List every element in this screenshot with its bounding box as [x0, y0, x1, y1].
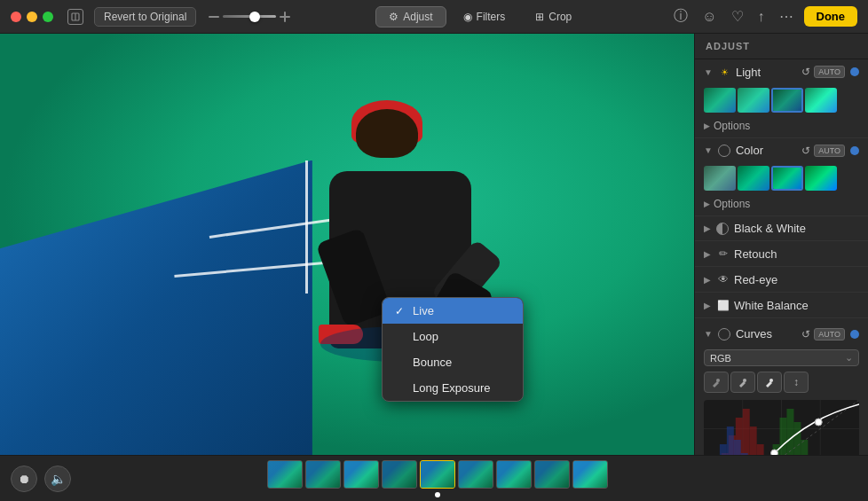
dropdown-chevron-icon: ⌄: [845, 352, 853, 364]
film-thumb-7[interactable]: [496, 460, 532, 489]
audio-button[interactable]: 🔈: [44, 466, 71, 492]
curves-undo-icon[interactable]: ↺: [801, 328, 810, 341]
film-thumb-8[interactable]: [534, 460, 570, 489]
sun-icon: ☀: [718, 65, 732, 79]
svg-rect-4: [284, 12, 286, 22]
face-button[interactable]: ☺: [698, 7, 720, 27]
film-thumb-3[interactable]: [343, 460, 379, 489]
svg-rect-18: [750, 427, 757, 455]
light-thumb-4[interactable]: [805, 88, 837, 113]
playback-mode-dropdown[interactable]: ✓ Live Loop Bounce Long Exposure: [382, 297, 524, 402]
close-button[interactable]: [11, 12, 21, 22]
zoom-slider[interactable]: [209, 12, 290, 22]
retouch-icon: ✏: [716, 247, 730, 261]
dropdown-item-live[interactable]: ✓ Live: [383, 298, 523, 324]
film-thumb-2[interactable]: [305, 460, 341, 489]
color-thumbnails: [695, 162, 868, 196]
svg-rect-29: [793, 422, 801, 455]
color-auto-badge[interactable]: AUTO: [814, 145, 845, 157]
curves-section-header[interactable]: ▼ Curves ↺ AUTO: [695, 322, 868, 346]
color-title: Color: [736, 144, 798, 157]
color-undo-icon[interactable]: ↺: [801, 145, 810, 157]
bottom-left-controls: ⏺ 🔈: [11, 466, 71, 492]
light-section-header[interactable]: ▼ ☀ Light ↺ AUTO: [695, 59, 868, 84]
color-thumb-4[interactable]: [805, 166, 837, 191]
wb-icon: ⬜: [716, 298, 730, 312]
retouch-section: ▶ ✏ Retouch: [695, 241, 868, 267]
filters-icon: ◉: [463, 11, 472, 23]
redeye-icon: 👁: [716, 272, 730, 286]
curves-tools: ↕: [695, 370, 868, 396]
film-thumb-1[interactable]: [267, 460, 303, 489]
svg-rect-19: [757, 444, 764, 455]
revert-button[interactable]: Revert to Original: [94, 7, 196, 27]
svg-point-44: [815, 419, 822, 426]
adjust-button[interactable]: ⚙ Adjust: [375, 6, 446, 27]
eyedropper-black-btn[interactable]: [704, 372, 729, 393]
bottom-bar: ⏺ 🔈: [0, 455, 868, 501]
more-button[interactable]: ⋯: [776, 6, 797, 27]
maximize-button[interactable]: [43, 12, 53, 22]
redeye-section-header[interactable]: ▶ 👁 Red-eye: [695, 267, 868, 292]
color-options-row[interactable]: ▶ Options: [695, 196, 868, 215]
check-icon: ✓: [395, 305, 406, 317]
color-section-header[interactable]: ▼ Color ↺ AUTO: [695, 138, 868, 162]
camera-button[interactable]: ⏺: [11, 466, 37, 492]
done-button[interactable]: Done: [804, 6, 858, 27]
color-options-chevron-icon: ▶: [704, 200, 710, 208]
filmstrip: [267, 460, 608, 489]
film-thumb-4[interactable]: [382, 460, 417, 489]
eyedropper-mid-btn[interactable]: [730, 372, 755, 393]
dropdown-item-loop[interactable]: Loop: [383, 324, 523, 349]
court-line-v: [305, 160, 308, 294]
curves-auto-badge[interactable]: AUTO: [814, 328, 845, 341]
film-thumb-5[interactable]: [420, 460, 455, 489]
svg-point-43: [771, 450, 778, 455]
filters-button[interactable]: ◉ Filters: [450, 6, 519, 27]
retouch-section-header[interactable]: ▶ ✏ Retouch: [695, 241, 868, 266]
retouch-chevron-icon: ▶: [704, 249, 711, 259]
svg-point-7: [769, 379, 773, 382]
film-thumb-6[interactable]: [458, 460, 493, 489]
svg-rect-27: [780, 418, 787, 455]
light-options-row[interactable]: ▶ Options: [695, 118, 868, 137]
dropdown-item-long-exposure[interactable]: Long Exposure: [383, 375, 523, 401]
eyedropper-white-btn[interactable]: [757, 372, 782, 393]
color-thumb-3[interactable]: [771, 166, 803, 191]
light-thumb-2[interactable]: [738, 88, 769, 113]
crop-button[interactable]: ⊞ Crop: [522, 6, 585, 27]
curves-toggle-icon: [718, 328, 730, 341]
color-active-dot: [850, 146, 859, 155]
wb-section-header[interactable]: ▶ ⬜ White Balance: [695, 293, 868, 317]
light-thumb-1[interactable]: [704, 88, 736, 113]
redeye-title: Red-eye: [734, 273, 859, 286]
options-chevron-icon: ▶: [704, 121, 710, 130]
info-button[interactable]: ⓘ: [670, 5, 691, 27]
heart-button[interactable]: ♡: [728, 6, 747, 27]
curves-reset-btn[interactable]: ↕: [784, 372, 809, 393]
toolbar-right: ⓘ ☺ ♡ ↑ ⋯ Done: [670, 5, 857, 27]
zoom-out-icon: [209, 12, 219, 22]
share-button[interactable]: ↑: [754, 7, 769, 27]
rgb-channel-dropdown[interactable]: RGB ⌄: [704, 349, 859, 366]
minimize-button[interactable]: [27, 12, 37, 22]
svg-rect-37: [727, 427, 734, 455]
dropdown-item-bounce[interactable]: Bounce: [383, 349, 523, 375]
curves-active-dot: [850, 330, 859, 339]
light-auto-badge[interactable]: AUTO: [814, 66, 845, 78]
toolbar-center: ⚙ Adjust ◉ Filters ⊞ Crop: [297, 6, 663, 27]
crop-icon: ⊞: [535, 11, 544, 23]
light-thumb-3[interactable]: [771, 88, 803, 113]
color-options-label: Options: [714, 198, 750, 210]
color-thumb-2[interactable]: [738, 166, 769, 191]
film-thumb-9[interactable]: [572, 460, 608, 489]
color-toggle-icon: [718, 145, 730, 157]
bw-section-header[interactable]: ▶ Black & White: [695, 216, 868, 240]
right-panel: ADJUST ▼ ☀ Light ↺ AUTO ▶ Options: [694, 34, 868, 455]
color-thumb-1[interactable]: [704, 166, 736, 191]
curves-chart[interactable]: [704, 400, 859, 455]
zoom-in-icon: [280, 12, 290, 22]
svg-point-5: [716, 379, 720, 382]
light-undo-icon[interactable]: ↺: [801, 66, 810, 78]
bw-title: Black & White: [734, 222, 859, 235]
